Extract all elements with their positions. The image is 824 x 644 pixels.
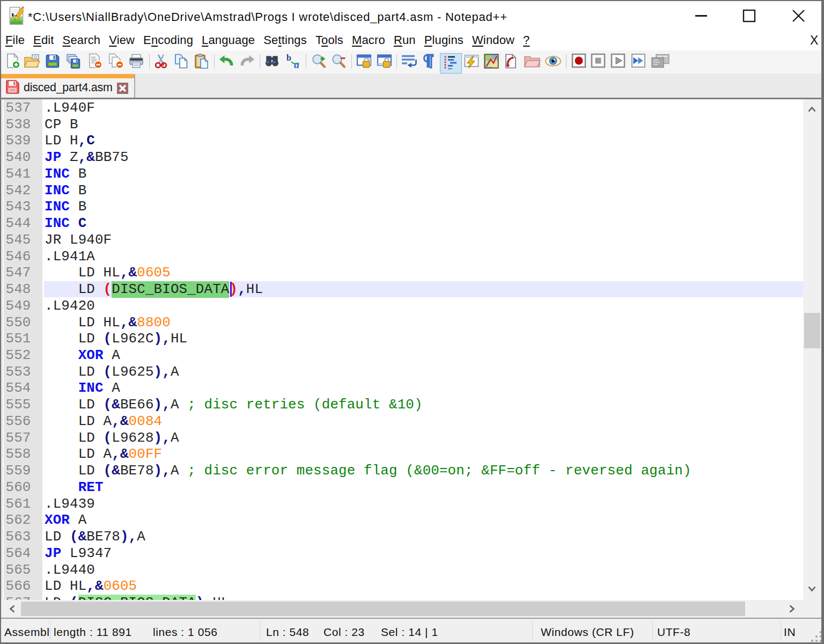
svg-text:b: b (286, 53, 291, 62)
svg-text:a: a (294, 58, 299, 69)
